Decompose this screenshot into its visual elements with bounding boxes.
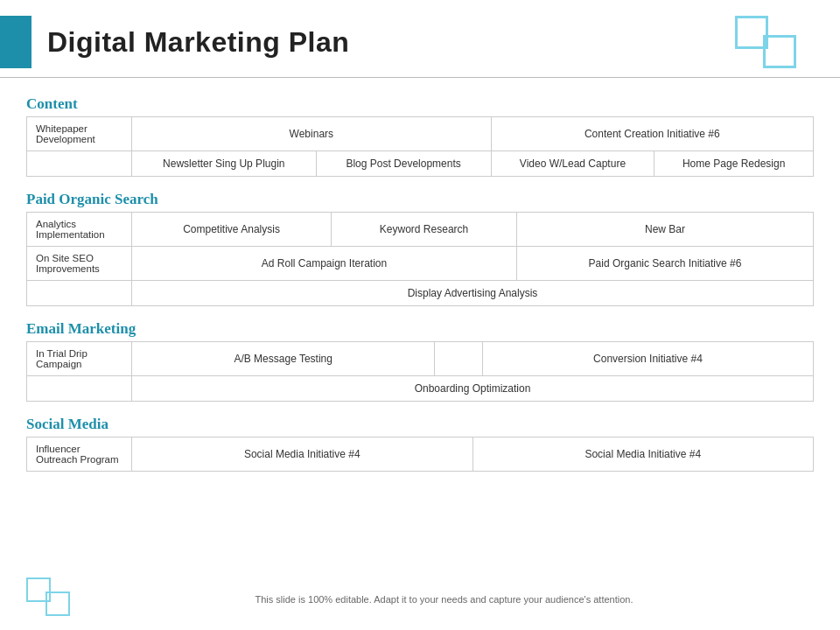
- section-email-marketing: Email Marketing In Trial Drip Campaign A…: [26, 313, 814, 402]
- row-label: [27, 151, 132, 177]
- row-label: AnalyticsImplementation: [27, 213, 132, 247]
- row-label: Influencer Outreach Program: [27, 438, 132, 472]
- table-row: Display Advertising Analysis: [27, 281, 814, 306]
- section-paid-organic: Paid Organic Search AnalyticsImplementat…: [26, 184, 814, 306]
- page-header: Digital Marketing Plan: [0, 0, 840, 77]
- table-cell: Home Page Redesign: [654, 151, 814, 177]
- header-accent-bar: [0, 16, 32, 68]
- row-label: [27, 376, 132, 402]
- logo-squares: [735, 16, 796, 68]
- table-cell: Webinars: [132, 117, 492, 151]
- main-content: Content WhitepaperDevelopment Webinars C…: [0, 80, 840, 487]
- table-row: Influencer Outreach Program Social Media…: [27, 438, 814, 472]
- paid-organic-table: AnalyticsImplementation Competitive Anal…: [26, 212, 814, 306]
- footer-logo-sq-bottom: [46, 592, 70, 616]
- table-cell: Blog Post Developments: [316, 151, 491, 177]
- email-table: In Trial Drip Campaign A/B Message Testi…: [26, 341, 814, 402]
- footer-text: This slide is 100% editable. Adapt it to…: [74, 594, 814, 605]
- row-label: WhitepaperDevelopment: [27, 117, 132, 151]
- table-row: AnalyticsImplementation Competitive Anal…: [27, 213, 814, 247]
- table-cell: [435, 342, 482, 376]
- table-row: In Trial Drip Campaign A/B Message Testi…: [27, 342, 814, 376]
- footer-logo: [26, 578, 74, 621]
- footer-logo-squares: [26, 578, 70, 616]
- table-cell: Social Media Initiative #4: [132, 438, 473, 472]
- table-cell: Keyword Research: [332, 213, 517, 247]
- header-divider: [0, 77, 840, 78]
- table-cell: Competitive Analysis: [132, 213, 332, 247]
- table-cell: New Bar: [517, 213, 814, 247]
- table-cell: Conversion Initiative #4: [482, 342, 813, 376]
- table-row: Onboarding Optimization: [27, 376, 814, 402]
- logo-square-bottom: [763, 35, 796, 68]
- table-cell: Paid Organic Search Initiative #6: [517, 247, 814, 281]
- page-footer: This slide is 100% editable. Adapt it to…: [0, 578, 840, 621]
- table-cell: Newsletter Sing Up Plugin: [132, 151, 317, 177]
- social-table: Influencer Outreach Program Social Media…: [26, 437, 814, 472]
- table-row: On Site SEOImprovements Ad Roll Campaign…: [27, 247, 814, 281]
- section-title-paid-organic: Paid Organic Search: [26, 184, 814, 212]
- content-table: WhitepaperDevelopment Webinars Content C…: [26, 116, 814, 177]
- table-row: WhitepaperDevelopment Webinars Content C…: [27, 117, 814, 151]
- section-title-content: Content: [26, 88, 814, 116]
- row-label: On Site SEOImprovements: [27, 247, 132, 281]
- section-title-social: Social Media: [26, 409, 814, 437]
- table-cell: Onboarding Optimization: [132, 376, 814, 402]
- section-content: Content WhitepaperDevelopment Webinars C…: [26, 88, 814, 177]
- row-label: [27, 281, 132, 306]
- header-logo: [735, 16, 796, 68]
- table-cell: Ad Roll Campaign Iteration: [132, 247, 517, 281]
- page-title: Digital Marketing Plan: [47, 26, 349, 59]
- table-cell: Display Advertising Analysis: [132, 281, 814, 306]
- row-label: In Trial Drip Campaign: [27, 342, 132, 376]
- table-cell: A/B Message Testing: [132, 342, 435, 376]
- table-row: Newsletter Sing Up Plugin Blog Post Deve…: [27, 151, 814, 177]
- table-cell: Content Creation Initiative #6: [491, 117, 813, 151]
- table-cell: Social Media Initiative #4: [472, 438, 814, 472]
- section-title-email: Email Marketing: [26, 313, 814, 341]
- section-social-media: Social Media Influencer Outreach Program…: [26, 409, 814, 472]
- table-cell: Video W/Lead Capture: [491, 151, 654, 177]
